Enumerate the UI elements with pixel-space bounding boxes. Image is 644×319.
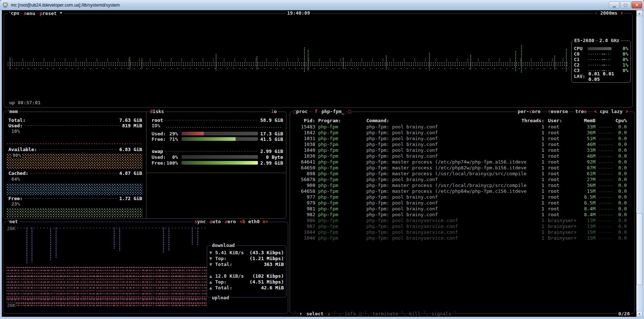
process-row[interactable]: 898php-fpmphp-fpm: master process (/usr/… xyxy=(291,171,632,177)
mem-used-label: Used: xyxy=(8,123,23,128)
signals-button[interactable]: signals xyxy=(431,311,452,316)
cell-pid: 1038 xyxy=(291,142,315,147)
close-button[interactable]: × xyxy=(632,1,642,8)
process-row[interactable]: 979php-fpmphp-fpm: pool brainy.conf1root… xyxy=(291,200,632,206)
process-row[interactable]: 64658php-fpmphp-fpm: master process (/et… xyxy=(291,188,632,194)
process-row[interactable]: 900php-fpmphp-fpm: master process (/usr/… xyxy=(291,183,632,188)
scrollbar-thumb[interactable] xyxy=(636,213,643,285)
cell-threads: 1 xyxy=(517,124,544,130)
cell-threads: 1 xyxy=(517,159,544,165)
cell-command: php-fpm: pool brainy.conf xyxy=(366,124,527,130)
dash-divider xyxy=(165,151,258,151)
filter-clear-button[interactable]: □ xyxy=(347,109,353,114)
process-row[interactable]: 1030php-fpmphp-fpm: pool brainy.conf1roo… xyxy=(291,153,632,159)
cell-threads: 1 xyxy=(517,142,544,147)
cell-pid: 1030 xyxy=(291,153,315,159)
process-row[interactable]: 1046php-fpmphp-fpm: pool brainyservice.c… xyxy=(291,235,632,241)
process-row[interactable]: 1040php-fpmphp-fpm: pool brainy.conf1roo… xyxy=(291,147,632,153)
process-filter-input[interactable]: php-fpm_ xyxy=(320,109,346,114)
process-row[interactable]: 1031php-fpmphp-fpm: pool brainy.conf1roo… xyxy=(291,136,632,142)
net-sync-button[interactable]: sync xyxy=(193,219,207,224)
process-row[interactable]: 56878php-fpmphp-fpm: pool brainy.conf1ro… xyxy=(291,177,632,183)
net-download-graph xyxy=(6,227,206,265)
cell-pid: 1046 xyxy=(291,235,315,241)
interval-increase-button[interactable]: + xyxy=(619,10,624,16)
minimize-button[interactable]: ▁ xyxy=(609,1,620,8)
net-zero-button[interactable]: zero xyxy=(224,219,237,224)
tab-net[interactable]: ³net xyxy=(6,219,19,225)
memory-mini-graph xyxy=(598,138,613,140)
cell-program: php-fpm xyxy=(318,218,366,224)
cpu-graph-spike xyxy=(385,55,387,70)
filter-key[interactable]: f xyxy=(313,109,319,114)
tab-proc[interactable]: □proc xyxy=(292,109,309,114)
process-row[interactable]: 977php-fpmphp-fpm: pool brainy.conf1root… xyxy=(291,194,632,200)
border-notch: └┐ xyxy=(423,311,429,316)
net-auto-button[interactable]: auto xyxy=(208,219,222,224)
select-up-arrow[interactable]: ↑ xyxy=(298,311,304,316)
header-memory[interactable]: MemB xyxy=(575,118,595,123)
header-cpu[interactable]: Cpu% xyxy=(610,118,627,123)
cpu-frequency: 2.8 GHz xyxy=(598,38,621,43)
terminate-button[interactable]: terminate xyxy=(372,311,399,316)
disk-root-name: root xyxy=(152,117,163,123)
header-pid[interactable]: Pid: xyxy=(291,118,315,123)
process-row[interactable]: 986php-fpmphp-fpm: pool brainyservice.co… xyxy=(291,218,632,224)
upload-stat-row: ▲Top:(4.51 Mibps) xyxy=(207,279,286,285)
per-core-toggle[interactable]: per-core xyxy=(517,109,542,114)
disk-root-used-value: 17.3 GiB xyxy=(247,131,283,136)
mem-cached-graph xyxy=(6,183,143,195)
process-row[interactable]: 64650php-fpmphp-fpm: master process (/et… xyxy=(291,165,632,171)
mem-total-label: Total: xyxy=(8,117,26,123)
net-interface-selector[interactable]: <b eth0 n> xyxy=(239,219,269,224)
cell-pid: 1031 xyxy=(291,136,315,142)
interval-decrease-button[interactable]: - xyxy=(593,10,598,16)
header-threads[interactable]: Threads: xyxy=(517,118,544,123)
cell-command: php-fpm: pool brainy.conf xyxy=(366,142,527,147)
tab-cpu[interactable]: ¹cpu xyxy=(8,10,20,16)
upload-arrow-icon: ▲ xyxy=(209,285,215,290)
header-command[interactable]: Command: xyxy=(366,118,527,123)
menu-button[interactable]: menu xyxy=(23,11,36,16)
tree-toggle[interactable]: tree xyxy=(574,109,588,114)
upload-rows: ▲12.8 KiB/s(102 Kibps)▲Top:(4.51 Mibps)▲… xyxy=(207,273,286,290)
process-row[interactable]: 15483php-fpmphp-fpm: pool brainy.conf1ro… xyxy=(291,124,632,130)
cell-program: php-fpm xyxy=(318,229,366,235)
titlebar[interactable]: mc [root@ub24.itdeveloper.com.ua]:/lib/s… xyxy=(0,0,644,10)
cell-pid: 64658 xyxy=(291,188,315,194)
process-row[interactable]: 981php-fpmphp-fpm: pool brainy.conf1root… xyxy=(291,206,632,212)
preset-button[interactable]: preset * xyxy=(38,11,64,16)
core-value: 0% xyxy=(614,46,628,51)
disk-root-row: root 58.9 GiB xyxy=(152,117,283,123)
scrollbar-down-button[interactable]: ▼ xyxy=(636,311,643,317)
maximize-button[interactable]: □ xyxy=(620,1,631,8)
scrollbar[interactable]: ▲ ▼ xyxy=(636,10,643,317)
disk-io-label: IO% xyxy=(152,123,160,128)
memory-mini-graph xyxy=(598,214,613,216)
window-title: mc [root@ub24.itdeveloper.com.ua]:/lib/s… xyxy=(11,3,120,8)
net-upload-graph xyxy=(6,266,206,307)
cpu-info-row: CPU0% xyxy=(574,46,628,51)
scrollbar-up-button[interactable]: ▲ xyxy=(636,10,643,16)
tab-mem[interactable]: ²mem xyxy=(6,109,19,115)
select-button[interactable]: select xyxy=(305,311,325,316)
process-row[interactable]: 1038php-fpmphp-fpm: pool brainy.conf1roo… xyxy=(291,142,632,147)
select-down-arrow[interactable]: ↓ xyxy=(327,311,332,316)
cell-program: php-fpm xyxy=(318,153,366,159)
core-label: C2 xyxy=(574,62,587,68)
cell-command: php-fpm: pool brainyservice.conf xyxy=(366,235,527,241)
header-program[interactable]: Program: xyxy=(318,118,366,123)
process-row[interactable]: 1042php-fpmphp-fpm: pool brainy.conf1roo… xyxy=(291,130,632,136)
process-row[interactable]: 982php-fpmphp-fpm: pool brainy.conf1root… xyxy=(291,212,632,218)
core-value: 0% xyxy=(614,51,628,57)
cell-command: php-fpm: pool brainy.conf xyxy=(366,147,527,153)
info-button[interactable]: info □ xyxy=(344,311,362,316)
kill-button[interactable]: kill xyxy=(408,311,421,316)
reverse-toggle[interactable]: reverse xyxy=(547,109,569,114)
sort-selector[interactable]: < cpu lazy > xyxy=(593,109,629,114)
process-row[interactable]: 1044php-fpmphp-fpm: pool brainyservice.c… xyxy=(291,229,632,235)
process-row[interactable]: 987php-fpmphp-fpm: pool brainyservice.co… xyxy=(291,224,632,229)
memory-mini-graph xyxy=(598,156,613,158)
process-row[interactable]: 64641php-fpmphp-fpm: master process (/et… xyxy=(291,159,632,165)
io-toggle-button[interactable]: io xyxy=(270,109,278,114)
